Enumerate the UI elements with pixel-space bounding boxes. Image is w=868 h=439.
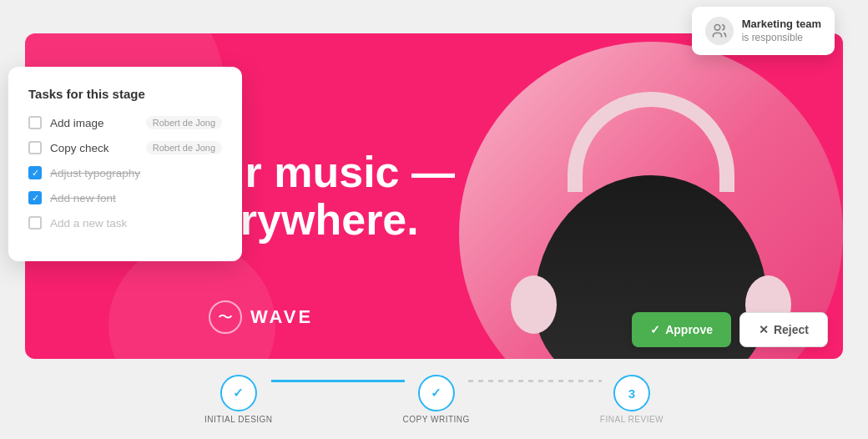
marketing-team-name: Marketing team [742, 18, 821, 32]
head-circle [459, 42, 843, 359]
approve-check-icon: ✓ [650, 323, 660, 336]
marketing-status: is responsible [742, 32, 821, 45]
marketing-text-block: Marketing team is responsible [742, 18, 821, 44]
step-label-2: COPY WRITING [403, 415, 470, 424]
headphone-ear-left [511, 275, 557, 334]
task-assignee-2: Robert de Jong [146, 141, 222, 154]
step-label-1: INITIAL DESIGN [204, 415, 273, 424]
progress-stepper: ✓ INITIAL DESIGN ✓ COPY WRITING 3 FINAL … [204, 375, 664, 424]
reject-button[interactable]: ✕ Reject [739, 312, 828, 347]
task-checkbox-3[interactable]: ✓ [28, 166, 42, 179]
person-visual [426, 33, 826, 359]
task-checkbox-1[interactable] [28, 116, 42, 129]
wave-icon: 〜 [209, 300, 242, 334]
svg-point-0 [714, 25, 720, 31]
task-checkbox-2[interactable] [28, 141, 42, 154]
task-item-2: Copy check Robert de Jong [28, 141, 222, 154]
action-buttons: ✓ Approve ✕ Reject [632, 312, 828, 347]
step-line-1 [271, 380, 405, 382]
task-item-5: Add a new task [28, 216, 222, 230]
task-label-1: Add image [50, 117, 138, 129]
step-line-2 [468, 380, 602, 382]
task-label-2: Copy check [50, 142, 138, 154]
reject-x-icon: ✕ [759, 323, 769, 336]
task-item-3: ✓ Adjust typography [28, 166, 222, 179]
wave-logo-text: WAVE [250, 306, 313, 328]
step-circle-2: ✓ [418, 375, 455, 411]
approve-button[interactable]: ✓ Approve [632, 312, 731, 347]
task-label-3: Adjust typography [50, 167, 222, 179]
step-circle-3: 3 [613, 375, 650, 411]
task-checkbox-4[interactable]: ✓ [28, 191, 42, 204]
step-1: ✓ INITIAL DESIGN [204, 375, 273, 424]
tasks-panel: Tasks for this stage Add image Robert de… [8, 67, 242, 261]
team-icon [705, 17, 734, 45]
wave-logo: 〜 WAVE [209, 300, 313, 334]
step-label-3: FINAL REVIEW [600, 415, 664, 424]
tasks-title: Tasks for this stage [28, 87, 222, 101]
task-checkbox-5[interactable] [28, 216, 42, 230]
task-label-4: Add new font [50, 192, 222, 204]
reject-label: Reject [774, 323, 809, 336]
step-3: 3 FINAL REVIEW [600, 375, 664, 424]
approve-label: Approve [665, 323, 713, 336]
step-circle-1: ✓ [220, 375, 257, 411]
marketing-notification: Marketing team is responsible [692, 7, 835, 55]
task-item-4: ✓ Add new font [28, 191, 222, 204]
headphone-band [568, 92, 734, 192]
task-assignee-1: Robert de Jong [146, 116, 222, 129]
step-2: ✓ COPY WRITING [403, 375, 470, 424]
task-label-5: Add a new task [50, 217, 222, 230]
task-item-1: Add image Robert de Jong [28, 116, 222, 129]
